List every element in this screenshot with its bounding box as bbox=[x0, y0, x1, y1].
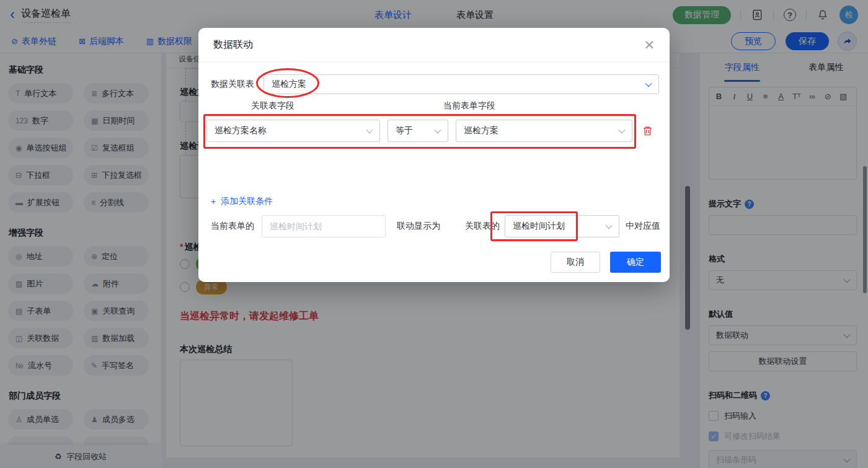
condition-operator-select[interactable]: 等于 bbox=[388, 120, 448, 142]
current-form-label: 当前表单的 bbox=[211, 221, 254, 232]
close-icon[interactable]: ✕ bbox=[644, 38, 655, 51]
chevron-down-icon bbox=[645, 80, 652, 87]
confirm-button[interactable]: 确定 bbox=[610, 252, 661, 273]
chevron-down-icon bbox=[618, 126, 625, 133]
modal-header: 数据联动 ✕ bbox=[198, 28, 670, 62]
display-as-label: 联动显示为 bbox=[397, 221, 440, 232]
condition-form-field-select[interactable]: 巡检方案 bbox=[456, 120, 632, 142]
delete-condition-button[interactable] bbox=[642, 125, 653, 136]
related-table-field-select[interactable]: 巡检时间计划 bbox=[505, 215, 619, 237]
current-form-column-header: 当前表单字段 bbox=[443, 100, 495, 112]
linkage-display-row: 当前表单的 联动显示为 关联表的 巡检时间计划 中对应值 bbox=[211, 215, 660, 237]
modal-footer: 取消 确定 bbox=[551, 252, 661, 273]
chevron-down-icon bbox=[605, 222, 612, 229]
cancel-button[interactable]: 取消 bbox=[551, 252, 600, 273]
relation-table-row: 数据关联表 巡检方案 bbox=[211, 74, 659, 94]
condition-row: 巡检方案名称 等于 巡检方案 bbox=[206, 120, 653, 142]
related-field-column-header: 关联表字段 bbox=[251, 100, 294, 112]
plus-icon: + bbox=[211, 196, 216, 206]
trash-icon bbox=[642, 125, 653, 136]
data-linkage-modal: 数据联动 ✕ 数据关联表 巡检方案 关联表字段 当前表单字段 巡检方案名称 等于… bbox=[198, 28, 670, 282]
related-table-label: 关联表的 bbox=[465, 221, 500, 232]
corresponding-value-label: 中对应值 bbox=[626, 221, 660, 232]
modal-title: 数据联动 bbox=[213, 38, 253, 51]
relation-table-label: 数据关联表 bbox=[211, 79, 254, 90]
chevron-down-icon bbox=[366, 126, 373, 133]
condition-field-select[interactable]: 巡检方案名称 bbox=[206, 120, 380, 142]
current-form-field-input[interactable] bbox=[262, 215, 386, 237]
chevron-down-icon bbox=[434, 126, 441, 133]
relation-table-select[interactable]: 巡检方案 bbox=[264, 74, 659, 94]
add-condition-link[interactable]: + 添加关联条件 bbox=[211, 196, 273, 207]
